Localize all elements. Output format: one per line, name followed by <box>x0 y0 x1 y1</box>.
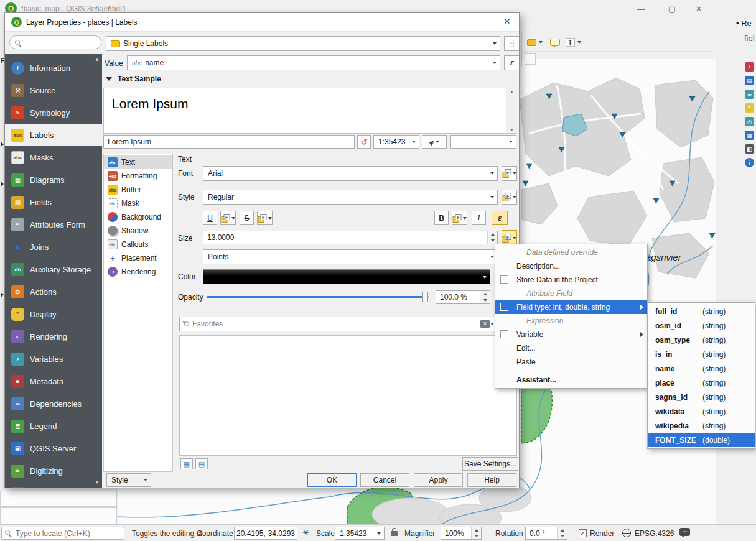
menu-item-description[interactable]: Description... <box>495 259 647 273</box>
expression-builder-button[interactable]: ε <box>504 55 520 70</box>
render-checkbox[interactable]: ✓ <box>579 529 587 537</box>
text-annotation-button[interactable]: T <box>563 35 584 50</box>
preview-options-select[interactable] <box>450 135 516 149</box>
maximize-button[interactable]: ▢ <box>661 1 683 16</box>
strikethrough-button[interactable]: S <box>240 211 254 225</box>
ok-button[interactable]: OK <box>307 473 357 487</box>
tab-mask[interactable]: abcMask <box>104 197 172 210</box>
field-item[interactable]: osm_type(string) <box>648 333 755 347</box>
opacity-slider[interactable] <box>207 292 429 303</box>
sidebar-item-variables[interactable]: εVariables <box>5 348 102 370</box>
tab-rendering[interactable]: ◑Rendering <box>104 265 172 279</box>
menu-item-field-type[interactable]: Field type: int, double, string <box>495 300 647 314</box>
font-dd-button[interactable] <box>502 166 517 181</box>
extents-icon[interactable]: ✳ <box>302 528 309 537</box>
menu-item-paste[interactable]: Paste <box>495 355 647 369</box>
auto-placement-settings-button[interactable]: ☝ <box>504 36 520 51</box>
sidebar-item-dependencies[interactable]: ∞Dependencies <box>5 392 102 415</box>
field-item[interactable]: full_id(string) <box>648 304 755 318</box>
favorites-search-select[interactable]: Favorites ✕ <box>179 317 498 331</box>
panel-collapse-icon[interactable] <box>1 142 4 147</box>
field-item[interactable]: wikipedia(string) <box>648 418 755 433</box>
color-swatch-button[interactable] <box>203 269 490 284</box>
label-toolbar-button[interactable] <box>525 35 545 50</box>
tab-formatting[interactable]: +abFormatting <box>104 169 172 183</box>
locate-input[interactable] <box>1 527 124 540</box>
minimize-button[interactable]: — <box>630 1 652 16</box>
sidebar-item-masks[interactable]: abcMasks <box>5 146 102 169</box>
sidebar-scroll-up-icon[interactable]: ▲ <box>95 57 100 62</box>
favorites-clear-icon[interactable]: ✕ <box>480 320 490 328</box>
sidebar-item-labels[interactable]: abcLabels <box>5 124 102 146</box>
style-dd-button[interactable] <box>502 190 517 205</box>
strikethrough-dd-button[interactable] <box>257 211 273 225</box>
close-button[interactable]: ✕ <box>688 1 710 16</box>
sidebar-item-metadata[interactable]: ≡Metadata <box>5 370 102 392</box>
sidebar-item-attributes-form[interactable]: ≡Attributes Form <box>5 213 102 236</box>
dock-panel-icon[interactable]: ❞ <box>745 103 754 113</box>
coordinate-input[interactable] <box>234 527 297 540</box>
sidebar-item-fields[interactable]: ▤Fields <box>5 191 102 213</box>
sidebar-item-rendering[interactable]: ◐Rendering <box>5 325 102 348</box>
sidebar-item-qgis-server[interactable]: ▣QGIS Server <box>5 437 102 460</box>
size-spinbox[interactable]: 13.0000 <box>203 231 498 244</box>
panel-collapse-icon[interactable] <box>1 182 4 187</box>
dock-panel-icon[interactable]: i <box>745 158 754 167</box>
style-menu-button[interactable]: Style <box>106 473 151 487</box>
crs-globe-icon[interactable] <box>622 529 631 537</box>
labels-mode-select[interactable]: Single Labels <box>106 36 500 51</box>
cancel-button[interactable]: Cancel <box>360 473 409 487</box>
dock-panel-icon[interactable]: ◧ <box>745 144 754 154</box>
dock-panel-icon[interactable]: ◎ <box>745 117 754 126</box>
sidebar-item-display[interactable]: ❞Display <box>5 303 102 325</box>
right-panel-link[interactable]: fiel <box>744 34 755 43</box>
panel-collapse-icon[interactable] <box>1 292 4 297</box>
sidebar-item-legend[interactable]: ≣Legend <box>5 415 102 437</box>
bold-dd-button[interactable] <box>452 211 467 225</box>
field-item[interactable]: name(string) <box>648 361 755 376</box>
dock-panel-icon[interactable]: ≣ <box>745 90 754 99</box>
dock-panel-icon[interactable]: ▦ <box>745 131 754 140</box>
sidebar-item-actions[interactable]: ⚙Actions <box>5 280 102 303</box>
sidebar-item-symbology[interactable]: ✎Symbology <box>5 101 102 124</box>
checkbox-icon[interactable] <box>500 330 508 338</box>
tab-text[interactable]: abcText <box>104 155 172 169</box>
tab-placement[interactable]: +Placement <box>104 251 172 265</box>
dock-panel-icon[interactable]: + <box>745 62 754 72</box>
sidebar-item-digitizing[interactable]: ✏Digitizing <box>5 460 102 482</box>
list-view-button[interactable]: ▤ <box>195 458 208 469</box>
preview-scrollbar[interactable]: ▲ ▼ <box>506 88 516 133</box>
sample-scale-select[interactable]: 1:35423 <box>373 135 419 149</box>
italic-button[interactable]: I <box>472 211 486 225</box>
toolbar-misc-icon[interactable] <box>525 53 536 65</box>
rotation-spinbox[interactable]: 0.0 ° <box>525 527 567 540</box>
map-tips-button[interactable] <box>548 35 562 50</box>
save-settings-button[interactable]: Save Settings... <box>462 457 518 471</box>
text-sample-collapse-icon[interactable] <box>106 77 112 81</box>
menu-item-variable[interactable]: Variable <box>495 328 647 341</box>
crs-label[interactable]: EPSG:4326 <box>635 529 674 538</box>
italic-expression-button[interactable]: ε <box>492 211 508 225</box>
sidebar-item-auxiliary-storage[interactable]: dbAuxiliary Storage <box>5 258 102 280</box>
sidebar-item-information[interactable]: iInformation <box>5 57 102 79</box>
scale-select[interactable]: 1:35423 <box>335 527 385 540</box>
tab-shadow[interactable]: Shadow <box>104 224 172 238</box>
sidebar-item-3d-view[interactable]: ◆3D View <box>5 482 102 488</box>
tab-callouts[interactable]: abcCallouts <box>104 238 172 251</box>
opacity-spinbox[interactable]: 100.0 % <box>436 290 490 304</box>
field-item[interactable]: sagns_id(string) <box>648 390 755 404</box>
menu-item-edit[interactable]: Edit... <box>495 341 647 355</box>
sample-text-input[interactable] <box>103 135 355 149</box>
field-item[interactable]: wikidata(string) <box>648 404 755 418</box>
apply-button[interactable]: Apply <box>414 473 463 487</box>
sidebar-item-diagrams[interactable]: ▦Diagrams <box>5 169 102 191</box>
tab-buffer[interactable]: abcBuffer <box>104 183 172 197</box>
dialog-search-input[interactable] <box>9 35 101 49</box>
menu-item-store-data[interactable]: Store Data in the Project <box>495 273 647 287</box>
underline-dd-button[interactable] <box>220 211 236 225</box>
bold-button[interactable]: B <box>434 211 449 225</box>
field-item[interactable]: osm_id(string) <box>648 318 755 333</box>
sidebar-scroll-down-icon[interactable]: ▼ <box>95 479 100 485</box>
checkbox-icon[interactable] <box>500 275 508 284</box>
font-style-select[interactable]: Regular <box>203 190 498 205</box>
